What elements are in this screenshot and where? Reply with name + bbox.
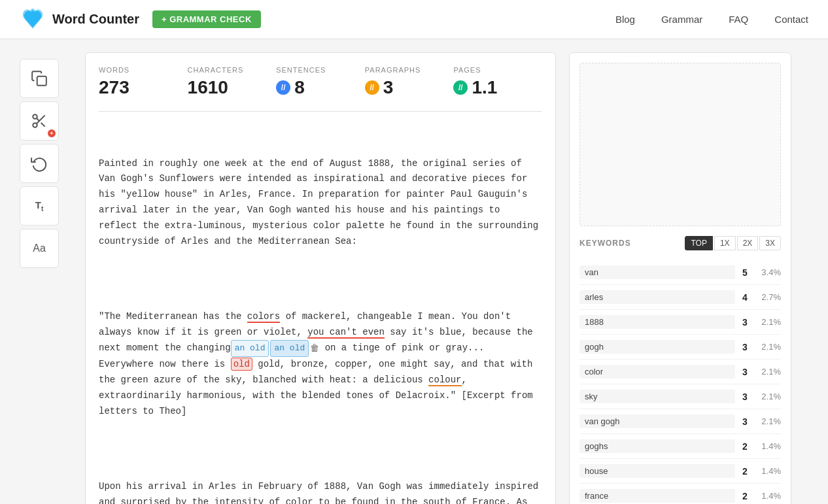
keyword-count: 3	[735, 342, 755, 352]
keyword-pct: 2.1%	[755, 317, 781, 327]
keyword-pct: 2.1%	[755, 342, 781, 352]
tab-2x[interactable]: 2X	[737, 236, 759, 250]
svg-rect-0	[37, 76, 46, 86]
main-container: + Tt Aa WORDS 273 CHARACTERS 1610	[0, 39, 828, 504]
keyword-word: france	[579, 489, 735, 503]
keyword-pct: 2.1%	[755, 392, 781, 401]
keyword-count: 3	[735, 392, 755, 402]
sidebar-copy[interactable]	[20, 59, 59, 98]
keyword-word: goghs	[579, 439, 735, 453]
nav-contact[interactable]: Contact	[774, 14, 808, 25]
keyword-count: 2	[735, 441, 755, 452]
chars-label: CHARACTERS	[188, 66, 277, 74]
keyword-row-5: sky 3 2.1%	[579, 384, 781, 409]
keyword-word: gogh	[579, 340, 735, 354]
keyword-word: arles	[579, 290, 735, 304]
stat-words: WORDS 273	[99, 66, 188, 98]
svg-line-4	[41, 123, 45, 127]
svg-point-2	[33, 123, 37, 127]
sidebar-cut[interactable]: +	[20, 101, 59, 141]
tab-1x[interactable]: 1X	[714, 236, 736, 250]
sidebar-fontsize[interactable]: Tt	[20, 186, 59, 226]
keyword-word: sky	[579, 390, 735, 403]
words-value: 273	[99, 77, 188, 98]
keywords-tabs: TOP 1X 2X 3X	[685, 236, 781, 250]
keyword-pct: 2.7%	[755, 292, 781, 302]
keyword-count: 3	[735, 367, 755, 377]
keyword-word: van gogh	[579, 414, 735, 428]
nav-faq[interactable]: FAQ	[729, 14, 748, 25]
suggestion-2[interactable]: an old	[270, 340, 309, 357]
grammar-check-button[interactable]: + GRAMMAR CHECK	[152, 10, 261, 28]
paragraph-3: Upon his arrival in Arles in February of…	[99, 479, 542, 504]
sidebar: + Tt Aa	[20, 52, 72, 504]
main-nav: Blog Grammar FAQ Contact	[615, 14, 808, 25]
keyword-row-0: van 5 3.4%	[579, 260, 781, 285]
content-area: WORDS 273 CHARACTERS 1610 SENTENCES // 8…	[85, 52, 556, 504]
paragraphs-icon: //	[365, 80, 379, 95]
keyword-count: 5	[735, 267, 755, 278]
paragraphs-value: // 3	[365, 77, 454, 98]
paragraph-2: "The Mediterranean has the colors of mac…	[99, 309, 542, 420]
keywords-list: van 5 3.4% arles 4 2.7% 1888 3 2.1% gogh…	[579, 260, 781, 504]
keyword-count: 2	[735, 466, 755, 477]
nav-blog[interactable]: Blog	[615, 14, 635, 25]
keywords-header: KEYWORDS TOP 1X 2X 3X	[579, 236, 781, 250]
right-panel: KEYWORDS TOP 1X 2X 3X van 5 3.4% arles 4…	[569, 52, 791, 504]
tab-3x[interactable]: 3X	[759, 236, 781, 250]
stats-row: WORDS 273 CHARACTERS 1610 SENTENCES // 8…	[99, 66, 542, 112]
pages-icon: //	[453, 80, 468, 95]
keywords-title: KEYWORDS	[579, 239, 631, 248]
nav-grammar[interactable]: Grammar	[661, 14, 702, 25]
keyword-row-1: arles 4 2.7%	[579, 285, 781, 310]
keyword-row-4: color 3 2.1%	[579, 360, 781, 384]
stat-characters: CHARACTERS 1610	[188, 66, 277, 98]
paragraph-1: Painted in roughly one week at the end o…	[99, 156, 542, 250]
keyword-row-3: gogh 3 2.1%	[579, 335, 781, 360]
stat-sentences: SENTENCES // 8	[276, 66, 365, 98]
keyword-pct: 1.4%	[755, 491, 781, 501]
site-title: Word Counter	[52, 12, 139, 27]
keyword-word: color	[579, 365, 735, 378]
keyword-pct: 3.4%	[755, 267, 781, 277]
keyword-pct: 2.1%	[755, 416, 781, 426]
sentences-value: // 8	[276, 77, 365, 98]
keyword-row-2: 1888 3 2.1%	[579, 310, 781, 335]
word-colour[interactable]: colour	[428, 375, 461, 386]
word-colors[interactable]: colors	[247, 311, 280, 323]
svg-line-5	[37, 118, 39, 121]
keyword-pct: 1.4%	[755, 466, 781, 476]
pages-value: // 1.1	[453, 77, 542, 98]
phrase-you-cant-even[interactable]: you can't even	[307, 327, 385, 339]
suggestion-1[interactable]: an old	[231, 340, 269, 357]
tab-top[interactable]: TOP	[685, 236, 712, 250]
keyword-row-8: house 2 1.4%	[579, 459, 781, 484]
keyword-row-6: van gogh 3 2.1%	[579, 409, 781, 434]
keyword-pct: 2.1%	[755, 367, 781, 377]
svg-point-1	[33, 114, 37, 119]
keyword-count: 2	[735, 491, 755, 501]
sidebar-refresh[interactable]	[20, 144, 59, 183]
keyword-row-7: goghs 2 1.4%	[579, 434, 781, 459]
words-label: WORDS	[99, 66, 188, 74]
word-old-highlighted[interactable]: old	[231, 358, 252, 371]
sentences-label: SENTENCES	[276, 66, 365, 74]
keyword-count: 3	[735, 317, 755, 328]
stat-paragraphs: PARAGRAPHS // 3	[365, 66, 454, 98]
keyword-word: van	[579, 265, 735, 279]
logo-area: Word Counter	[20, 7, 139, 33]
suggestion-group: an old an old 🗑	[231, 340, 320, 357]
keyword-word: house	[579, 464, 735, 478]
text-editor[interactable]: Painted in roughly one week at the end o…	[99, 125, 542, 504]
logo-icon	[20, 7, 46, 33]
site-header: Word Counter + GRAMMAR CHECK Blog Gramma…	[0, 0, 828, 39]
sidebar-font[interactable]: Aa	[20, 229, 59, 268]
pages-label: PAGES	[453, 66, 542, 74]
keyword-row-9: france 2 1.4%	[579, 484, 781, 504]
keyword-count: 3	[735, 416, 755, 427]
paragraphs-label: PARAGRAPHS	[365, 66, 454, 74]
delete-suggestion-icon[interactable]: 🗑	[310, 341, 319, 357]
ad-space	[579, 63, 781, 226]
keyword-pct: 1.4%	[755, 441, 781, 451]
chars-value: 1610	[188, 77, 277, 98]
